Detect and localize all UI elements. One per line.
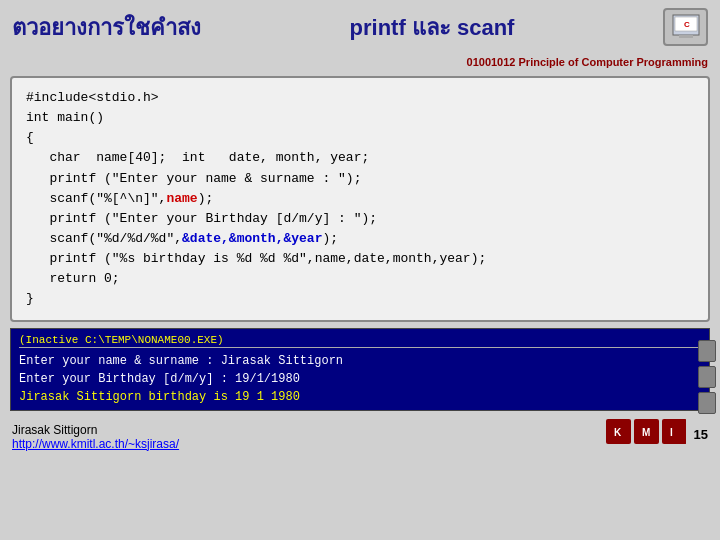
code-line: #include<stdio.h> <box>26 88 694 108</box>
terminal-line-3: Jirasak Sittigorn birthday is 19 1 1980 <box>19 388 701 406</box>
header-icon: C <box>663 8 708 46</box>
svg-text:I: I <box>670 427 673 438</box>
svg-rect-3 <box>679 35 693 38</box>
code-line: char name[40]; int date, month, year; <box>26 148 694 168</box>
title-thai: ตวอยางการใชคำสง <box>12 10 201 45</box>
terminal-title: (Inactive C:\TEMP\NONAME00.EXE) <box>19 333 701 348</box>
side-btn-1[interactable] <box>698 340 716 362</box>
code-line: int main() <box>26 108 694 128</box>
code-line: printf ("%s birthday is %d %d %d",name,d… <box>26 249 694 269</box>
scanf-date-params: &date,&month,&year <box>182 231 322 246</box>
code-line: return 0; <box>26 269 694 289</box>
code-box: #include<stdio.h> int main() { char name… <box>10 76 710 322</box>
terminal-box: (Inactive C:\TEMP\NONAME00.EXE) Enter yo… <box>10 328 710 411</box>
side-btn-3[interactable] <box>698 392 716 414</box>
footer-name: Jirasak Sittigorn <box>12 423 179 437</box>
page-number: 15 <box>694 427 708 442</box>
code-line: printf ("Enter your name & surname : "); <box>26 169 694 189</box>
subtitle-bar: 01001012 Principle of Computer Programmi… <box>0 54 720 70</box>
code-line: { <box>26 128 694 148</box>
code-line: printf ("Enter your Birthday [d/m/y] : "… <box>26 209 694 229</box>
footer-bar: Jirasak Sittigorn http://www.kmitl.ac.th… <box>0 415 720 455</box>
header-bar: ตวอยางการใชคำสง printf และ scanf C <box>0 0 720 54</box>
footer-url[interactable]: http://www.kmitl.ac.th/~ksjirasa/ <box>12 437 179 451</box>
code-line: } <box>26 289 694 309</box>
svg-text:M: M <box>642 427 650 438</box>
title-printf: printf และ scanf <box>201 10 663 45</box>
svg-rect-6 <box>662 419 686 444</box>
side-buttons <box>698 340 716 414</box>
footer-left: Jirasak Sittigorn http://www.kmitl.ac.th… <box>12 423 179 451</box>
footer-right: K M I 15 <box>606 419 708 451</box>
code-line-scanf1: scanf("%[^\n]",name); <box>26 189 694 209</box>
terminal-line-1: Enter your name & surname : Jirasak Sitt… <box>19 352 701 370</box>
scanf-name-param: name <box>166 191 197 206</box>
svg-text:C: C <box>684 20 690 29</box>
footer-logo-text: K M I <box>606 419 686 451</box>
side-btn-2[interactable] <box>698 366 716 388</box>
code-line-scanf2: scanf("%d/%d/%d",&date,&month,&year); <box>26 229 694 249</box>
svg-text:K: K <box>614 427 622 438</box>
terminal-line-2: Enter your Birthday [d/m/y] : 19/1/1980 <box>19 370 701 388</box>
terminal-content: Enter your name & surname : Jirasak Sitt… <box>19 352 701 406</box>
